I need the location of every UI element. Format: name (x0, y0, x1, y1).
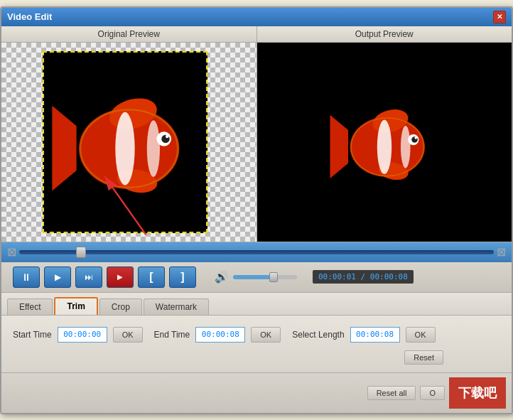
time-display: 00:00:01 / 00:00:08 (313, 270, 414, 284)
svg-marker-13 (330, 114, 348, 178)
start-time-input[interactable] (58, 327, 107, 343)
volume-slider[interactable] (233, 275, 297, 279)
volume-icon: 🔊 (215, 270, 229, 284)
timeline-bar: ⊠ ⊠ (1, 242, 512, 262)
select-length-input[interactable] (350, 327, 400, 343)
tab-watermark[interactable]: Watermark (144, 298, 209, 315)
reset-button[interactable]: Reset (404, 350, 443, 365)
crop-box (43, 51, 207, 233)
tab-crop[interactable]: Crop (99, 298, 142, 315)
ok-main-button[interactable]: O (420, 386, 445, 400)
pause-button[interactable]: ⏸ (13, 266, 40, 288)
original-preview-label: Original Preview (1, 26, 256, 43)
pause-icon: ⏸ (21, 271, 31, 283)
select-length-ok-button[interactable]: OK (406, 327, 436, 343)
volume-thumb[interactable] (269, 272, 278, 282)
controls-bar: ⏸ ▶ ⏭ ▶ [ ] 🔊 00:00:01 / 00:00:08 (1, 262, 512, 293)
svg-point-5 (147, 120, 160, 177)
output-preview-label: Output Preview (257, 26, 512, 43)
window-title: Video Edit (7, 11, 52, 22)
close-button[interactable]: ✕ (493, 11, 506, 23)
output-canvas (257, 43, 512, 242)
timeline-start-icon[interactable]: ⊠ (7, 245, 16, 259)
start-time-label: Start Time (13, 330, 52, 340)
fish-svg-original (44, 53, 206, 232)
volume-section: 🔊 (215, 270, 297, 284)
bracket-close-icon: ] (180, 271, 184, 284)
timeline-thumb[interactable] (76, 247, 86, 258)
reset-all-button[interactable]: Reset all (367, 386, 416, 400)
record-button[interactable]: ▶ (107, 266, 134, 288)
tabs-bar: Effect Trim Crop Watermark (1, 293, 512, 316)
end-time-label: End Time (154, 330, 190, 340)
brand-text: 下载吧 (458, 384, 497, 402)
preview-section: Original Preview (1, 26, 512, 242)
svg-marker-1 (52, 105, 76, 190)
title-bar: Video Edit ✕ (1, 8, 512, 26)
timeline-track[interactable] (19, 250, 494, 254)
original-preview-panel: Original Preview (1, 26, 256, 242)
tab-effect[interactable]: Effect (7, 298, 53, 315)
end-time-ok-button[interactable]: OK (251, 327, 281, 343)
bracket-open-icon: [ (149, 271, 153, 284)
bracket-open-button[interactable]: [ (138, 266, 165, 288)
brand-logo: 下载吧 (449, 377, 506, 409)
svg-point-17 (401, 126, 411, 168)
bracket-close-button[interactable]: ] (169, 266, 196, 288)
svg-point-8 (166, 134, 169, 138)
end-time-input[interactable] (195, 327, 245, 343)
svg-point-4 (115, 112, 134, 185)
video-edit-window: Video Edit ✕ Original Preview (0, 6, 513, 414)
play-icon: ▶ (55, 272, 61, 282)
step-button[interactable]: ⏭ (75, 266, 102, 288)
start-time-ok-button[interactable]: OK (113, 327, 143, 343)
output-preview-panel: Output Preview (257, 26, 512, 242)
tab-trim[interactable]: Trim (54, 297, 97, 315)
bottom-buttons-bar: Reset Reset all O 下载吧 (1, 372, 512, 413)
play-button[interactable]: ▶ (44, 266, 71, 288)
svg-point-20 (414, 136, 416, 139)
trim-controls-row: Start Time OK End Time OK Select Length … (13, 327, 500, 343)
svg-point-16 (377, 119, 392, 174)
fish-svg-output (320, 82, 448, 203)
record-icon: ▶ (117, 273, 123, 281)
step-icon: ⏭ (85, 272, 93, 282)
timeline-end-icon[interactable]: ⊠ (497, 245, 506, 259)
select-length-label: Select Length (292, 330, 344, 340)
original-canvas (1, 43, 256, 242)
